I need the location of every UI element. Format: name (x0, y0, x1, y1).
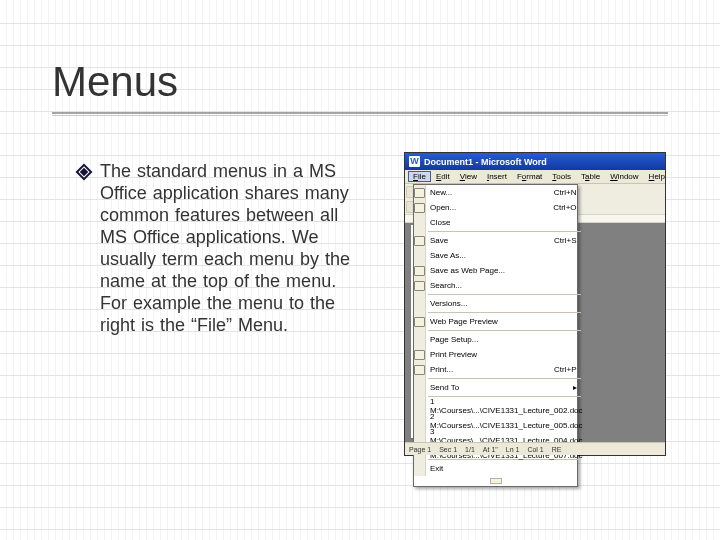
menu-item[interactable]: Save As... (426, 248, 583, 263)
menu-format[interactable]: Format (512, 172, 547, 181)
menu-item-label: Print Preview (430, 350, 477, 359)
menu-insert[interactable]: Insert (482, 172, 512, 181)
menu-item-label: Send To (430, 383, 459, 392)
menu-item-label: Search... (430, 281, 462, 290)
menu-item[interactable]: Open...Ctrl+O (426, 200, 583, 215)
menu-edit[interactable]: Edit (431, 172, 455, 181)
menu-item-label: New... (430, 188, 452, 197)
status-cell: At 1" (483, 446, 498, 453)
menu-item-label: Exit (430, 464, 443, 473)
menu-item[interactable]: Exit (426, 461, 583, 476)
menu-window[interactable]: Window (605, 172, 643, 181)
menu-item-icon (414, 317, 425, 327)
body-text: The standard menus in a MS Office applic… (100, 160, 363, 336)
menu-item-icon (414, 188, 425, 198)
menu-item-icon (414, 218, 425, 228)
menu-view[interactable]: View (455, 172, 482, 181)
menu-item-label: Page Setup... (430, 335, 478, 344)
menu-item[interactable]: Page Setup... (426, 332, 583, 347)
slide-title: Menus (52, 58, 668, 106)
menu-item[interactable]: Send To▸ (426, 380, 583, 395)
menu-help[interactable]: Help (644, 172, 670, 181)
menu-item-icon (414, 281, 425, 291)
menu-item[interactable]: Versions... (426, 296, 583, 311)
menu-item-icon (414, 335, 425, 345)
menu-separator (428, 330, 581, 331)
menu-tools[interactable]: Tools (547, 172, 576, 181)
window-titlebar: W Document1 - Microsoft Word (405, 153, 665, 170)
status-cell: Col 1 (527, 446, 543, 453)
menu-item-label: Save As... (430, 251, 466, 260)
menu-bar[interactable]: FileEditViewInsertFormatToolsTableWindow… (405, 170, 665, 184)
menu-item-icon (414, 383, 425, 393)
title-underline (52, 112, 668, 116)
slide: Menus The standard menus in a MS Office … (0, 0, 720, 540)
menu-item-icon (414, 203, 425, 213)
menu-item[interactable]: New...Ctrl+N (426, 185, 583, 200)
status-cell: Ln 1 (506, 446, 520, 453)
menu-item-icon (414, 464, 425, 474)
menu-shortcut: Ctrl+O (553, 203, 576, 212)
menu-item-icon (414, 236, 425, 246)
menu-item-label: Close (430, 218, 450, 227)
menu-item-icon (414, 350, 425, 360)
status-cell: RE (552, 446, 562, 453)
diamond-bullet-icon (78, 166, 90, 178)
menu-item-label: Web Page Preview (430, 317, 498, 326)
menu-item[interactable]: SaveCtrl+S (426, 233, 583, 248)
menu-shortcut: Ctrl+S (554, 236, 576, 245)
submenu-arrow-icon: ▸ (573, 383, 577, 392)
menu-shortcut: Ctrl+N (554, 188, 577, 197)
menu-item-label: Save as Web Page... (430, 266, 505, 275)
expand-chevron-icon[interactable] (490, 478, 502, 484)
menu-item-icon (414, 251, 425, 261)
menu-item-label: Open... (430, 203, 456, 212)
menu-item[interactable]: Search... (426, 278, 583, 293)
menu-item[interactable]: Print...Ctrl+P (426, 362, 583, 377)
status-bar: Page 1Sec 11/1At 1"Ln 1Col 1RE (405, 442, 665, 455)
title-block: Menus (52, 58, 668, 116)
menu-icon-gutter (414, 185, 426, 476)
menu-item[interactable]: Web Page Preview (426, 314, 583, 329)
menu-separator (428, 312, 581, 313)
window-title: Document1 - Microsoft Word (424, 157, 547, 167)
menu-item-label: Save (430, 236, 448, 245)
menu-separator (428, 231, 581, 232)
body-content: The standard menus in a MS Office applic… (78, 160, 363, 336)
status-cell: Page 1 (409, 446, 431, 453)
menu-item-icon (414, 431, 425, 441)
bullet-item: The standard menus in a MS Office applic… (78, 160, 363, 336)
menu-separator (428, 378, 581, 379)
menu-item-label: Print... (430, 365, 453, 374)
menu-items: New...Ctrl+NOpen...Ctrl+OCloseSaveCtrl+S… (426, 185, 583, 476)
menu-item-icon (414, 266, 425, 276)
menu-item-label: Versions... (430, 299, 467, 308)
menu-item[interactable]: Save as Web Page... (426, 263, 583, 278)
menu-shortcut: Ctrl+P (554, 365, 576, 374)
menu-table[interactable]: Table (576, 172, 605, 181)
menu-file[interactable]: File (408, 171, 431, 182)
menu-item-icon (414, 365, 425, 375)
word-app-icon: W (409, 156, 420, 167)
status-cell: 1/1 (465, 446, 475, 453)
status-cell: Sec 1 (439, 446, 457, 453)
menu-item-icon (414, 299, 425, 309)
menu-item[interactable]: Close (426, 215, 583, 230)
word-screenshot: W Document1 - Microsoft Word FileEditVie… (404, 152, 666, 456)
menu-item-icon (414, 401, 425, 411)
menu-item-icon (414, 416, 425, 426)
menu-item[interactable]: Print Preview (426, 347, 583, 362)
menu-separator (428, 294, 581, 295)
